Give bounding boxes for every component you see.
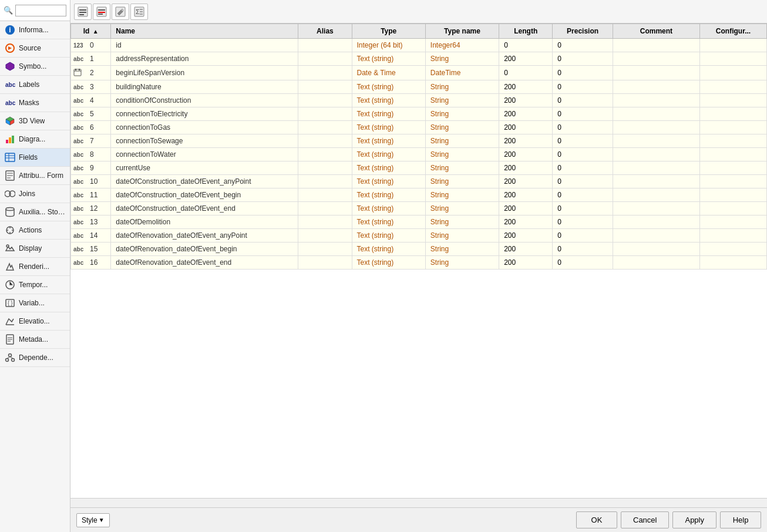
sidebar-item-variables[interactable]: { }Variab... <box>0 294 70 312</box>
cell-type-4: Text (string) <box>352 94 425 107</box>
cell-length-7: 200 <box>499 134 553 148</box>
table-row[interactable]: abc11dateOfConstruction_dateOfEvent_begi… <box>71 188 767 202</box>
cell-length-2: 0 <box>499 66 553 80</box>
new-field-button[interactable] <box>74 4 92 20</box>
apply-button[interactable]: Apply <box>672 511 716 528</box>
cell-alias-11 <box>298 188 352 202</box>
cell-precision-1: 0 <box>553 52 613 66</box>
help-button[interactable]: Help <box>720 511 761 528</box>
table-row[interactable]: abc3buildingNatureText (string)String200… <box>71 80 767 94</box>
col-header-comment[interactable]: Comment <box>613 24 699 39</box>
sidebar-item-label-dependencies: Depende... <box>19 353 53 362</box>
table-row[interactable]: 1230idInteger (64 bit)Integer6400 <box>71 39 767 52</box>
cell-type-10: Text (string) <box>352 175 425 188</box>
table-header-row: Id ▲ Name Alias Type Type name Length Pr… <box>71 24 767 39</box>
table-row[interactable]: 2beginLifeSpanVersionDate & TimeDateTime… <box>71 66 767 80</box>
sidebar-item-fields[interactable]: Fields <box>0 149 70 167</box>
cell-length-4: 200 <box>499 94 553 107</box>
cell-typename-16: String <box>425 256 499 270</box>
table-row[interactable]: abc12dateOfConstruction_dateOfEvent_endT… <box>71 202 767 216</box>
svg-text:abc: abc <box>5 100 15 106</box>
cell-name-4: conditionOfConstruction <box>111 94 298 107</box>
cell-type-15: Text (string) <box>352 243 425 256</box>
search-input[interactable] <box>15 5 66 16</box>
sidebar-item-temporal[interactable]: Tempor... <box>0 276 70 294</box>
sidebar-item-attrform[interactable]: Attribu... Form <box>0 167 70 185</box>
labels-icon: abc <box>5 79 15 90</box>
col-header-config[interactable]: Configur... <box>700 24 767 39</box>
ok-button[interactable]: OK <box>576 511 617 528</box>
sidebar-item-elevation[interactable]: Elevatio... <box>0 312 70 331</box>
col-header-typename[interactable]: Type name <box>425 24 499 39</box>
table-row[interactable]: abc7connectionToSewageText (string)Strin… <box>71 134 767 148</box>
table-row[interactable]: abc15dateOfRenovation_dateOfEvent_beginT… <box>71 243 767 256</box>
fields-table-area: Id ▲ Name Alias Type Type name Length Pr… <box>70 23 767 498</box>
cell-type-16: Text (string) <box>352 256 425 270</box>
col-header-name[interactable]: Name <box>111 24 298 39</box>
sidebar-item-symbology[interactable]: Symbo... <box>0 58 70 76</box>
sidebar-item-source[interactable]: Source <box>0 39 70 58</box>
svg-rect-43 <box>98 9 105 11</box>
cell-config-7 <box>700 134 767 148</box>
cell-name-6: connectionToGas <box>111 121 298 134</box>
col-header-precision[interactable]: Precision <box>553 24 613 39</box>
col-header-type[interactable]: Type <box>352 24 425 39</box>
sidebar-item-dependencies[interactable]: Depende... <box>0 349 70 367</box>
sidebar-item-auxstorage[interactable]: Auxilia... Storag... <box>0 203 70 221</box>
table-row[interactable]: abc6connectionToGasText (string)String20… <box>71 121 767 134</box>
cell-type-9: Text (string) <box>352 161 425 175</box>
style-button[interactable]: Style ▼ <box>76 513 110 527</box>
sidebar-item-information[interactable]: iInforma... <box>0 21 70 39</box>
col-header-length[interactable]: Length <box>499 24 553 39</box>
cell-precision-9: 0 <box>553 161 613 175</box>
cell-typename-10: String <box>425 175 499 188</box>
cell-comment-4 <box>613 94 699 107</box>
table-row[interactable]: abc13dateOfDemolitionText (string)String… <box>71 216 767 229</box>
table-row[interactable]: abc5connectionToElectricityText (string)… <box>71 107 767 121</box>
svg-point-22 <box>6 208 14 211</box>
table-row[interactable]: abc10dateOfConstruction_dateOfEvent_anyP… <box>71 175 767 188</box>
sidebar-item-rendering[interactable]: Renderi... <box>0 258 70 276</box>
sidebar-item-actions[interactable]: Actions <box>0 221 70 240</box>
actions-icon <box>5 225 15 235</box>
cell-name-3: buildingNature <box>111 80 298 94</box>
cell-precision-0: 0 <box>553 39 613 52</box>
cell-id-1: abc1 <box>71 52 111 66</box>
cell-comment-10 <box>613 175 699 188</box>
cell-name-16: dateOfRenovation_dateOfEvent_end <box>111 256 298 270</box>
row-id-val-3: 3 <box>90 83 100 91</box>
cell-name-8: connectionToWater <box>111 148 298 161</box>
sidebar-item-3dview[interactable]: 3D View <box>0 112 70 130</box>
cell-precision-13: 0 <box>553 216 613 229</box>
type-icon-4: abc <box>73 97 88 104</box>
sidebar-item-label-attrform: Attribu... Form <box>19 171 63 180</box>
cancel-button[interactable]: Cancel <box>621 511 669 528</box>
cell-config-16 <box>700 256 767 270</box>
sidebar-item-masks[interactable]: abcMasks <box>0 94 70 112</box>
edit-field-button[interactable] <box>112 4 129 20</box>
sidebar-item-labels[interactable]: abcLabels <box>0 76 70 94</box>
table-row[interactable]: abc16dateOfRenovation_dateOfEvent_endTex… <box>71 256 767 270</box>
sidebar-item-metadata[interactable]: Metada... <box>0 331 70 349</box>
cell-config-15 <box>700 243 767 256</box>
col-header-alias[interactable]: Alias <box>298 24 352 39</box>
calculate-button[interactable]: Σ <box>130 4 148 20</box>
sidebar-item-display[interactable]: Display <box>0 240 70 258</box>
table-row[interactable]: abc8connectionToWaterText (string)String… <box>71 148 767 161</box>
horizontal-scrollbar[interactable] <box>70 498 767 507</box>
cell-typename-11: String <box>425 188 499 202</box>
3dview-icon <box>5 116 15 126</box>
cell-alias-13 <box>298 216 352 229</box>
table-row[interactable]: abc4conditionOfConstructionText (string)… <box>71 94 767 107</box>
sidebar-item-joins[interactable]: Joins <box>0 185 70 203</box>
type-icon-15: abc <box>73 246 88 252</box>
svg-rect-12 <box>5 153 15 161</box>
cell-alias-3 <box>298 80 352 94</box>
delete-field-button[interactable] <box>93 4 110 20</box>
table-row[interactable]: abc9currentUseText (string)String2000 <box>71 161 767 175</box>
search-bar[interactable]: 🔍 <box>0 0 70 21</box>
table-row[interactable]: abc14dateOfRenovation_dateOfEvent_anyPoi… <box>71 229 767 243</box>
table-row[interactable]: abc1addressRepresentationText (string)St… <box>71 52 767 66</box>
col-header-id[interactable]: Id ▲ <box>71 24 111 39</box>
sidebar-item-diagrams[interactable]: Diagra... <box>0 130 70 149</box>
